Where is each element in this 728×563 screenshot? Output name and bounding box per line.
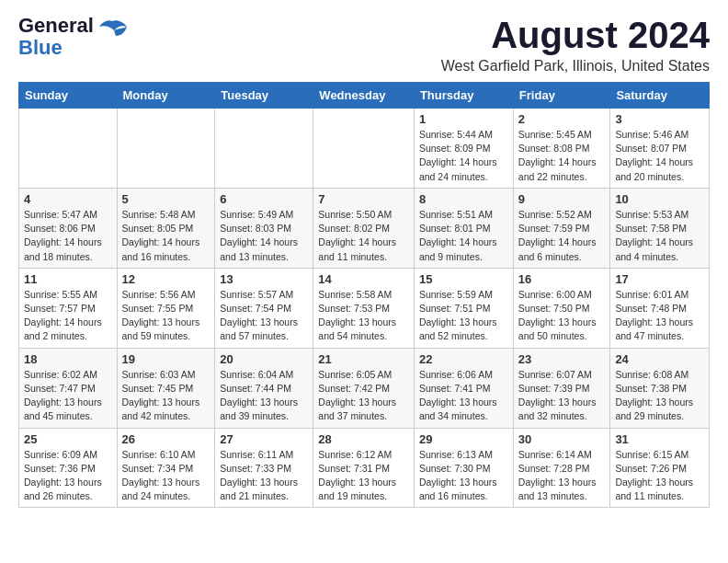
table-row: 14Sunrise: 5:58 AM Sunset: 7:53 PM Dayli… [313,268,415,348]
day-number: 21 [318,352,409,366]
table-row: 6Sunrise: 5:49 AM Sunset: 8:03 PM Daylig… [215,188,313,268]
day-info: Sunrise: 5:50 AM Sunset: 8:02 PM Dayligh… [318,208,409,264]
table-row: 9Sunrise: 5:52 AM Sunset: 7:59 PM Daylig… [513,188,610,268]
day-info: Sunrise: 6:01 AM Sunset: 7:48 PM Dayligh… [615,288,704,344]
day-number: 8 [419,192,508,206]
day-number: 28 [318,432,409,446]
day-info: Sunrise: 5:56 AM Sunset: 7:55 PM Dayligh… [122,288,210,344]
table-row: 8Sunrise: 5:51 AM Sunset: 8:01 PM Daylig… [414,188,513,268]
table-row: 30Sunrise: 6:14 AM Sunset: 7:28 PM Dayli… [513,428,610,508]
day-info: Sunrise: 5:47 AM Sunset: 8:06 PM Dayligh… [24,208,112,264]
title-section: August 2024 West Garfield Park, Illinois… [441,15,710,75]
day-number: 31 [615,432,704,446]
table-row: 26Sunrise: 6:10 AM Sunset: 7:34 PM Dayli… [117,428,215,508]
calendar-week-row: 1Sunrise: 5:44 AM Sunset: 8:09 PM Daylig… [19,109,710,189]
day-info: Sunrise: 6:15 AM Sunset: 7:26 PM Dayligh… [615,448,704,504]
logo-bird-icon [96,19,129,47]
day-number: 13 [220,272,308,286]
day-number: 20 [220,352,308,366]
table-row [313,109,415,189]
table-row: 4Sunrise: 5:47 AM Sunset: 8:06 PM Daylig… [19,188,118,268]
logo-text: GeneralBlue [18,15,94,59]
table-row: 19Sunrise: 6:03 AM Sunset: 7:45 PM Dayli… [117,348,215,428]
table-row: 24Sunrise: 6:08 AM Sunset: 7:38 PM Dayli… [610,348,710,428]
day-number: 6 [220,192,308,206]
header-monday: Monday [117,83,215,109]
day-number: 27 [220,432,308,446]
day-number: 22 [419,352,508,366]
logo: GeneralBlue [18,15,129,59]
table-row: 21Sunrise: 6:05 AM Sunset: 7:42 PM Dayli… [313,348,415,428]
header-friday: Friday [513,83,610,109]
calendar-title: August 2024 [441,15,710,56]
day-number: 15 [419,272,508,286]
table-row: 29Sunrise: 6:13 AM Sunset: 7:30 PM Dayli… [414,428,513,508]
table-row: 31Sunrise: 6:15 AM Sunset: 7:26 PM Dayli… [610,428,710,508]
day-info: Sunrise: 5:51 AM Sunset: 8:01 PM Dayligh… [419,208,508,264]
table-row: 28Sunrise: 6:12 AM Sunset: 7:31 PM Dayli… [313,428,415,508]
day-info: Sunrise: 6:04 AM Sunset: 7:44 PM Dayligh… [220,368,308,424]
day-info: Sunrise: 5:57 AM Sunset: 7:54 PM Dayligh… [220,288,308,344]
calendar-week-row: 18Sunrise: 6:02 AM Sunset: 7:47 PM Dayli… [19,348,710,428]
day-info: Sunrise: 5:52 AM Sunset: 7:59 PM Dayligh… [518,208,606,264]
day-number: 12 [122,272,210,286]
day-info: Sunrise: 6:11 AM Sunset: 7:33 PM Dayligh… [220,448,308,504]
calendar-table: Sunday Monday Tuesday Wednesday Thursday… [18,82,710,508]
calendar-week-row: 4Sunrise: 5:47 AM Sunset: 8:06 PM Daylig… [19,188,710,268]
day-info: Sunrise: 5:53 AM Sunset: 7:58 PM Dayligh… [615,208,704,264]
day-info: Sunrise: 6:13 AM Sunset: 7:30 PM Dayligh… [419,448,508,504]
table-row: 1Sunrise: 5:44 AM Sunset: 8:09 PM Daylig… [414,109,513,189]
table-row: 17Sunrise: 6:01 AM Sunset: 7:48 PM Dayli… [610,268,710,348]
day-info: Sunrise: 6:06 AM Sunset: 7:41 PM Dayligh… [419,368,508,424]
table-row: 16Sunrise: 6:00 AM Sunset: 7:50 PM Dayli… [513,268,610,348]
day-number: 29 [419,432,508,446]
day-number: 18 [24,352,112,366]
table-row: 25Sunrise: 6:09 AM Sunset: 7:36 PM Dayli… [19,428,118,508]
header-saturday: Saturday [610,83,710,109]
day-number: 26 [122,432,210,446]
day-info: Sunrise: 6:00 AM Sunset: 7:50 PM Dayligh… [518,288,606,344]
table-row [215,109,313,189]
day-number: 16 [518,272,606,286]
calendar-subtitle: West Garfield Park, Illinois, United Sta… [441,58,710,75]
day-info: Sunrise: 6:07 AM Sunset: 7:39 PM Dayligh… [518,368,606,424]
table-row: 18Sunrise: 6:02 AM Sunset: 7:47 PM Dayli… [19,348,118,428]
header-sunday: Sunday [19,83,118,109]
day-info: Sunrise: 6:05 AM Sunset: 7:42 PM Dayligh… [318,368,409,424]
day-info: Sunrise: 6:08 AM Sunset: 7:38 PM Dayligh… [615,368,704,424]
day-info: Sunrise: 5:44 AM Sunset: 8:09 PM Dayligh… [419,128,508,184]
day-number: 10 [615,192,704,206]
table-row: 7Sunrise: 5:50 AM Sunset: 8:02 PM Daylig… [313,188,415,268]
day-number: 30 [518,432,606,446]
day-info: Sunrise: 5:45 AM Sunset: 8:08 PM Dayligh… [518,128,606,184]
table-row [117,109,215,189]
table-row: 22Sunrise: 6:06 AM Sunset: 7:41 PM Dayli… [414,348,513,428]
table-row: 27Sunrise: 6:11 AM Sunset: 7:33 PM Dayli… [215,428,313,508]
day-number: 17 [615,272,704,286]
weekday-header-row: Sunday Monday Tuesday Wednesday Thursday… [19,83,710,109]
table-row: 11Sunrise: 5:55 AM Sunset: 7:57 PM Dayli… [19,268,118,348]
day-info: Sunrise: 6:09 AM Sunset: 7:36 PM Dayligh… [24,448,112,504]
table-row: 13Sunrise: 5:57 AM Sunset: 7:54 PM Dayli… [215,268,313,348]
day-info: Sunrise: 6:02 AM Sunset: 7:47 PM Dayligh… [24,368,112,424]
day-info: Sunrise: 5:46 AM Sunset: 8:07 PM Dayligh… [615,128,704,184]
table-row: 5Sunrise: 5:48 AM Sunset: 8:05 PM Daylig… [117,188,215,268]
table-row: 15Sunrise: 5:59 AM Sunset: 7:51 PM Dayli… [414,268,513,348]
day-info: Sunrise: 5:58 AM Sunset: 7:53 PM Dayligh… [318,288,409,344]
page-header: GeneralBlue August 2024 West Garfield Pa… [18,15,710,75]
day-number: 4 [24,192,112,206]
day-info: Sunrise: 6:12 AM Sunset: 7:31 PM Dayligh… [318,448,409,504]
day-number: 3 [615,112,704,126]
day-number: 1 [419,112,508,126]
day-info: Sunrise: 6:14 AM Sunset: 7:28 PM Dayligh… [518,448,606,504]
header-thursday: Thursday [414,83,513,109]
day-info: Sunrise: 5:48 AM Sunset: 8:05 PM Dayligh… [122,208,210,264]
table-row: 3Sunrise: 5:46 AM Sunset: 8:07 PM Daylig… [610,109,710,189]
day-number: 9 [518,192,606,206]
day-info: Sunrise: 5:55 AM Sunset: 7:57 PM Dayligh… [24,288,112,344]
day-number: 23 [518,352,606,366]
table-row: 20Sunrise: 6:04 AM Sunset: 7:44 PM Dayli… [215,348,313,428]
calendar-week-row: 25Sunrise: 6:09 AM Sunset: 7:36 PM Dayli… [19,428,710,508]
day-info: Sunrise: 5:49 AM Sunset: 8:03 PM Dayligh… [220,208,308,264]
day-info: Sunrise: 6:10 AM Sunset: 7:34 PM Dayligh… [122,448,210,504]
